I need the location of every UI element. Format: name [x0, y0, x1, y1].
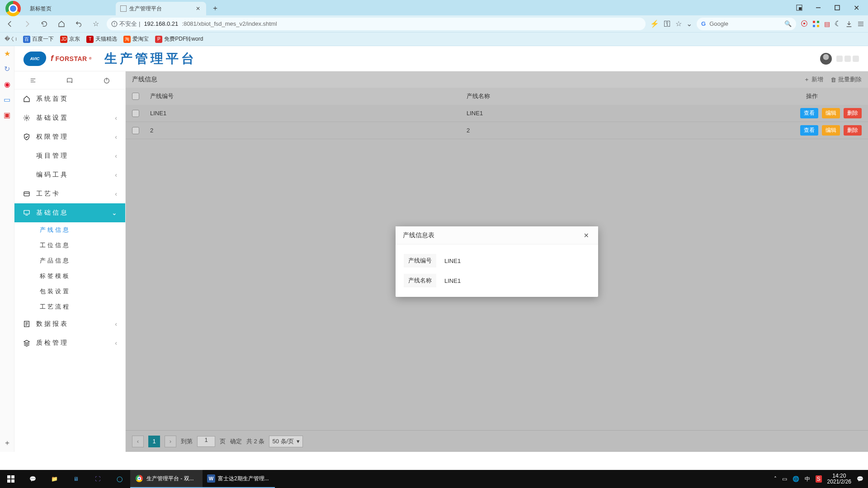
row-checkbox[interactable]	[132, 127, 139, 134]
sidebar-item[interactable]: 项目管理‹	[14, 146, 125, 165]
sidebar-item[interactable]: 基础信息⌄	[14, 203, 125, 222]
window-close-button[interactable]: ✕	[847, 1, 865, 14]
batch-delete-button[interactable]: 🗑批量删除	[830, 75, 862, 84]
tray-battery-icon[interactable]: ▭	[782, 476, 787, 482]
ext-doc-icon[interactable]: ▣	[3, 110, 12, 119]
page-prev-button[interactable]: ‹	[132, 436, 144, 447]
taskbar-pin-edge[interactable]: ◯	[108, 470, 130, 488]
back-button[interactable]	[4, 18, 16, 30]
reload-button[interactable]	[38, 18, 51, 30]
sidebar-item[interactable]: 质检管理‹	[14, 333, 125, 352]
new-tab-button[interactable]: ＋	[209, 2, 222, 14]
extension-icon[interactable]: ⦿	[801, 20, 808, 28]
flash-icon[interactable]: ⚡	[650, 19, 659, 28]
page-current[interactable]: 1	[148, 436, 160, 447]
undo-button[interactable]	[72, 18, 85, 30]
bookmark-item[interactable]: T天猫精选	[86, 35, 117, 43]
edit-button[interactable]: 编辑	[822, 108, 840, 118]
taskbar-app-label: 富士达2期生产管理...	[218, 475, 269, 483]
sidebar-item[interactable]: 权限管理‹	[14, 127, 125, 146]
tray-ime-icon[interactable]: 中	[805, 475, 810, 483]
bookmark-item[interactable]: P免费PDF转word	[155, 35, 203, 43]
browser-tabstrip: 新标签页 生产管理平台 ✕ ＋ ✕	[0, 0, 868, 15]
window-pip-button[interactable]	[790, 1, 808, 14]
page-size-select[interactable]: 50 条/页▾	[269, 436, 303, 447]
home-button[interactable]	[55, 18, 68, 30]
edit-button[interactable]: 编辑	[822, 125, 840, 136]
forward-button[interactable]	[21, 18, 33, 30]
search-icon[interactable]: 🔍	[784, 20, 792, 27]
svg-rect-7	[813, 21, 815, 23]
add-button[interactable]: ＋新增	[804, 75, 823, 84]
add-extension-button[interactable]: ＋	[3, 438, 12, 447]
tray-chevron-up-icon[interactable]: ˄	[774, 476, 777, 482]
taskbar-pin-app[interactable]: ⛶	[87, 470, 108, 488]
ext-weibo-icon[interactable]: ◉	[3, 80, 12, 89]
page-next-button[interactable]: ›	[165, 436, 176, 447]
sidebar-subitem[interactable]: 工位信息	[14, 238, 125, 253]
row-checkbox[interactable]	[132, 110, 139, 117]
bookmark-item[interactable]: JD京东	[60, 35, 80, 43]
ext-wallet-icon[interactable]: ▭	[3, 95, 12, 104]
browser-tab[interactable]: 新标签页	[25, 2, 116, 15]
search-engine-box[interactable]: G Google 🔍	[697, 18, 796, 30]
bookmark-item[interactable]: 淘爱淘宝	[123, 35, 149, 43]
goto-page-input[interactable]: 1	[197, 436, 215, 447]
select-all-checkbox[interactable]	[132, 93, 139, 100]
view-button[interactable]: 查看	[800, 108, 818, 118]
start-button[interactable]	[0, 470, 22, 488]
sidebar-help-button[interactable]	[52, 77, 88, 84]
sidebar-item[interactable]: 系统首页	[14, 89, 125, 108]
bookmark-item[interactable]: 百百度一下	[23, 35, 54, 43]
window-maximize-button[interactable]	[828, 1, 846, 14]
ext-history-icon[interactable]: ↻	[3, 64, 12, 73]
sidebar-item[interactable]: 编码工具‹	[14, 165, 125, 184]
menu-icon[interactable]	[857, 20, 864, 28]
downloads-icon[interactable]	[845, 20, 853, 28]
tray-input-icon[interactable]: S	[816, 475, 822, 483]
detail-modal: 产线信息表 ✕ 产线编号LINE1产线名称LINE1	[396, 226, 598, 297]
sidebar-item[interactable]: 基础设置‹	[14, 108, 125, 127]
sidebar-power-button[interactable]	[89, 77, 125, 84]
user-avatar[interactable]	[820, 53, 832, 65]
apps-icon[interactable]	[812, 20, 820, 28]
taskbar-app-chrome[interactable]: 生产管理平台 - 双...	[130, 470, 203, 488]
tray-notifications-icon[interactable]: 💬	[857, 476, 863, 482]
sidebar-item[interactable]: 工艺卡‹	[14, 184, 125, 203]
view-button[interactable]: 查看	[800, 125, 818, 136]
star-icon[interactable]: ☆	[675, 19, 682, 28]
sidebar-subitem[interactable]: 标签模板	[14, 268, 125, 284]
key-icon[interactable]: ⚿	[664, 20, 671, 28]
taskbar-pin-app[interactable]: 🖥	[65, 470, 87, 488]
chevron-down-icon[interactable]: ⌄	[686, 19, 692, 28]
sidebar-collapse-button[interactable]	[14, 77, 51, 84]
close-icon[interactable]: ✕	[194, 5, 202, 12]
address-bar[interactable]: 不安全 | 192.168.0.21:8081/xbiot_fsd_mes_v2…	[107, 18, 646, 30]
sidebar-item[interactable]: 数据报表‹	[14, 314, 125, 333]
ext-favorites-icon[interactable]: ★	[3, 49, 12, 58]
dark-mode-icon[interactable]: ☾	[835, 19, 841, 28]
cell-name: 2	[467, 127, 762, 134]
window-minimize-button[interactable]	[809, 1, 827, 14]
delete-button[interactable]: 删除	[844, 125, 862, 136]
sidebar-subitem[interactable]: 产品信息	[14, 253, 125, 268]
tray-network-icon[interactable]: 🌐	[793, 476, 799, 482]
tray-clock[interactable]: 14:20 2021/2/26	[827, 473, 851, 485]
sidebar-subitem[interactable]: 包装设置	[14, 284, 125, 299]
delete-button[interactable]: 删除	[844, 108, 862, 118]
chrome-icon	[135, 474, 144, 483]
browser-tab[interactable]: 生产管理平台 ✕	[116, 2, 206, 15]
taskbar-pin-cortana[interactable]: 💬	[22, 470, 43, 488]
header-quick-actions[interactable]	[836, 56, 859, 62]
pdf-icon[interactable]: ▤	[824, 20, 830, 28]
sidebar-subitem[interactable]: 工艺流程	[14, 299, 125, 314]
taskbar-app-word[interactable]: W 富士达2期生产管理...	[203, 470, 275, 488]
modal-close-button[interactable]: ✕	[582, 231, 591, 240]
sidebar-subitem[interactable]: 产线信息	[14, 222, 125, 238]
goto-confirm-button[interactable]: 确定	[230, 437, 242, 446]
bookmark-star-button[interactable]: ☆	[90, 18, 102, 30]
bookmarks-collapse-icon[interactable]: �くı	[5, 35, 17, 43]
taskbar-pin-explorer[interactable]: 📁	[43, 470, 65, 488]
app-sidebar: 系统首页基础设置‹权限管理‹项目管理‹编码工具‹工艺卡‹基础信息⌄产线信息工位信…	[14, 71, 126, 452]
chrome-profile-icon[interactable]	[5, 1, 21, 16]
